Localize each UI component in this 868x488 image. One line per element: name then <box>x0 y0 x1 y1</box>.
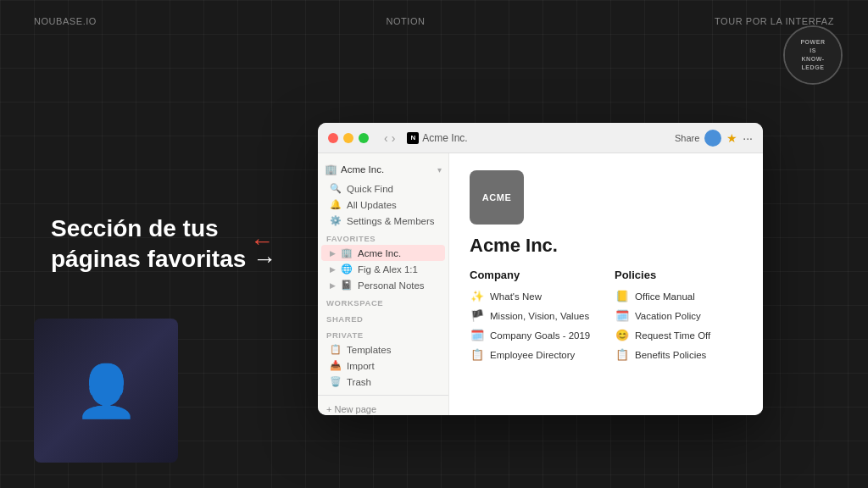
timeoff-emoji: 😊 <box>615 329 630 341</box>
content-item-benefits[interactable]: 📋 Benefits Policies <box>615 347 743 363</box>
sidebar: 🏢 Acme Inc. ▾ 🔍 Quick Find 🔔 All Updates… <box>318 153 449 415</box>
favorites-section-label: FAVORITES <box>318 229 448 245</box>
workspace-name: Acme Inc. <box>341 164 384 175</box>
window-body: 🏢 Acme Inc. ▾ 🔍 Quick Find 🔔 All Updates… <box>318 153 763 415</box>
content-item-vacation[interactable]: 🗓️ Vacation Policy <box>615 308 743 324</box>
star-icon[interactable]: ★ <box>726 131 737 145</box>
officemanual-emoji: 📒 <box>615 290 630 302</box>
benefits-emoji: 📋 <box>615 348 630 361</box>
sidebar-item-trash[interactable]: 🗑️ Trash <box>321 374 445 390</box>
main-content: ACME Acme Inc. Company ✨ What's New 🏴 Mi… <box>449 153 763 415</box>
settings-icon: ⚙️ <box>330 215 342 226</box>
notion-window: ‹ › N Acme Inc. Share ★ ··· 🏢 Acme Inc. … <box>318 123 763 415</box>
acme-icon: 🏢 <box>341 247 353 258</box>
person-placeholder: 👤 <box>34 319 178 463</box>
nav-right: TOUR POR LA INTERFAZ <box>715 16 834 26</box>
traffic-light-yellow[interactable] <box>343 133 353 143</box>
sidebar-item-settings[interactable]: ⚙️ Settings & Members <box>321 213 445 229</box>
sidebar-item-templates[interactable]: 📋 Templates <box>321 341 445 358</box>
workspace-icon: 🏢 <box>325 164 337 175</box>
benefits-text: Benefits Policies <box>635 350 706 360</box>
forward-btn[interactable]: › <box>392 131 396 145</box>
sidebar-item-personal[interactable]: ▶ 📓 Personal Notes <box>321 277 445 293</box>
acme-label: Acme Inc. <box>358 248 401 258</box>
mission-emoji: 🏴 <box>470 309 485 322</box>
content-item-goals[interactable]: 🗓️ Company Goals - 2019 <box>470 327 598 343</box>
sidebar-item-fig[interactable]: ▶ 🌐 Fig & Alex 1:1 <box>321 261 445 277</box>
sidebar-item-acme[interactable]: ▶ 🏢 Acme Inc. <box>321 245 445 261</box>
notion-logo: N <box>407 132 419 144</box>
vacation-text: Vacation Policy <box>635 311 701 321</box>
officemanual-text: Office Manual <box>635 291 695 302</box>
nav-left: NOUBASE.IO <box>34 16 97 26</box>
user-avatar <box>704 130 721 147</box>
quickfind-icon: 🔍 <box>330 183 342 194</box>
traffic-light-green[interactable] <box>359 133 369 143</box>
allupdates-label: All Updates <box>347 200 397 210</box>
content-item-officemanual[interactable]: 📒 Office Manual <box>615 288 743 304</box>
allupdates-icon: 🔔 <box>330 199 342 210</box>
content-item-timeoff[interactable]: 😊 Request Time Off <box>615 327 743 343</box>
policies-column-title: Policies <box>615 269 743 281</box>
vacation-emoji: 🗓️ <box>615 309 630 322</box>
policies-column: Policies 📒 Office Manual 🗓️ Vacation Pol… <box>615 269 743 366</box>
content-item-mission[interactable]: 🏴 Mission, Vision, Values <box>470 308 598 324</box>
sidebar-item-quickfind[interactable]: 🔍 Quick Find <box>321 180 445 197</box>
acme-logo: ACME <box>470 170 524 225</box>
titlebar-actions: Share ★ ··· <box>675 130 753 147</box>
whatsnew-text: What's New <box>490 291 542 302</box>
shared-section-label: SHARED <box>318 309 448 325</box>
goals-emoji: 🗓️ <box>470 329 485 341</box>
whatsnew-emoji: ✨ <box>470 290 485 302</box>
titlebar-url: N Acme Inc. <box>407 132 467 144</box>
badge-circle: POWERISKNOW-LEDGE <box>783 25 843 85</box>
new-page-button[interactable]: + New page <box>318 401 448 415</box>
content-item-directory[interactable]: 📋 Employee Directory <box>470 347 598 363</box>
private-section-label: PRIVATE <box>318 325 448 341</box>
sidebar-item-allupdates[interactable]: 🔔 All Updates <box>321 197 445 213</box>
templates-label: Templates <box>347 345 391 355</box>
workspace-section-label: WORKSPACE <box>318 293 448 309</box>
fig-expand-icon: ▶ <box>330 265 336 274</box>
fig-label: Fig & Alex 1:1 <box>358 264 418 274</box>
personal-expand-icon: ▶ <box>330 281 336 290</box>
back-btn[interactable]: ‹ <box>384 131 388 145</box>
trash-icon: 🗑️ <box>330 376 342 387</box>
company-column: Company ✨ What's New 🏴 Mission, Vision, … <box>470 269 598 366</box>
nav-center: NOTION <box>386 16 425 26</box>
workspace-chevron: ▾ <box>437 165 442 175</box>
templates-icon: 📋 <box>330 344 342 355</box>
hero-text: Sección de tus páginas favoritas → <box>51 214 276 275</box>
red-arrow: ← <box>250 228 274 255</box>
personal-label: Personal Notes <box>358 280 425 291</box>
import-label: Import <box>347 361 375 371</box>
window-titlebar: ‹ › N Acme Inc. Share ★ ··· <box>318 123 763 153</box>
directory-text: Employee Directory <box>490 350 575 360</box>
workspace-header[interactable]: 🏢 Acme Inc. ▾ <box>318 160 448 179</box>
sidebar-bottom: + New page <box>318 395 448 415</box>
content-item-whatsnew[interactable]: ✨ What's New <box>470 288 598 304</box>
content-columns: Company ✨ What's New 🏴 Mission, Vision, … <box>470 269 743 366</box>
hero-heading: Sección de tus páginas favoritas → <box>51 214 276 275</box>
badge-inner: POWERISKNOW-LEDGE <box>785 27 841 83</box>
import-icon: 📥 <box>330 360 342 371</box>
badge-text: POWERISKNOW-LEDGE <box>800 38 825 71</box>
settings-label: Settings & Members <box>347 216 435 226</box>
quickfind-label: Quick Find <box>347 184 393 194</box>
trash-label: Trash <box>347 377 371 387</box>
traffic-light-red[interactable] <box>328 133 338 143</box>
sidebar-item-import[interactable]: 📥 Import <box>321 358 445 374</box>
titlebar-url-text: Acme Inc. <box>422 132 467 144</box>
mission-text: Mission, Vision, Values <box>490 311 589 321</box>
share-button[interactable]: Share <box>675 133 699 143</box>
person-silhouette: 👤 <box>75 361 138 421</box>
goals-text: Company Goals - 2019 <box>490 330 590 341</box>
more-options-button[interactable]: ··· <box>743 131 753 145</box>
person-area: 👤 <box>34 319 178 463</box>
page-title: Acme Inc. <box>470 235 743 257</box>
acme-expand-icon: ▶ <box>330 249 336 258</box>
acme-logo-text: ACME <box>482 192 512 202</box>
directory-emoji: 📋 <box>470 348 485 361</box>
timeoff-text: Request Time Off <box>635 330 710 341</box>
top-nav: NOUBASE.IO NOTION TOUR POR LA INTERFAZ <box>0 0 868 42</box>
